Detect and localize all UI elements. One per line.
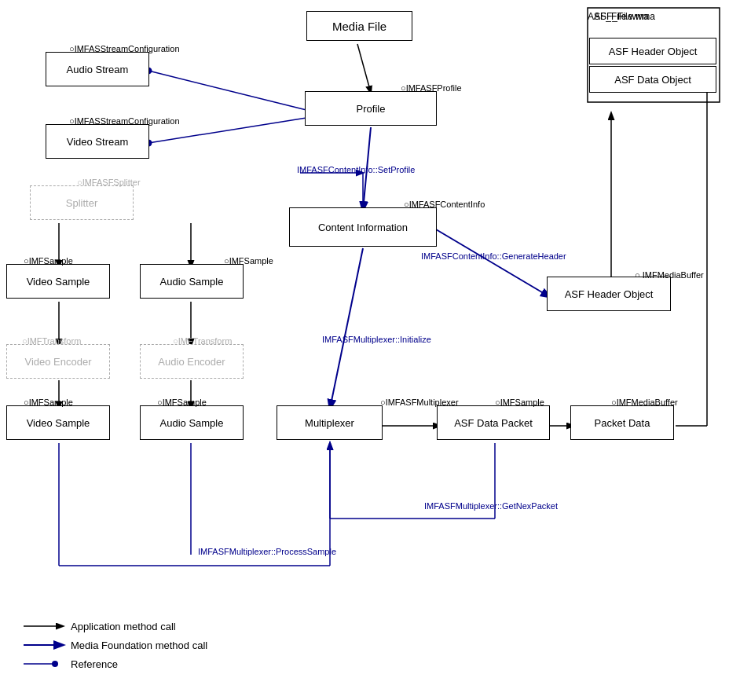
asf-file-wma-text: ASF_File.wma [588, 11, 649, 22]
multiplexer-box: Multiplexer [277, 405, 383, 440]
svg-line-14 [436, 229, 550, 297]
svg-line-2 [357, 44, 371, 93]
video-sample-2-box: Video Sample [6, 405, 110, 440]
audio-stream-box: Audio Stream [46, 52, 149, 86]
imfsample-asf-label: ○IMFSample [495, 398, 544, 407]
svg-line-15 [330, 248, 363, 409]
imf-media-buffer-label: ○ IMFMediaBuffer [635, 270, 704, 280]
initialize-label: IMFASFMultiplexer::Initialize [322, 335, 431, 344]
set-profile-label: IMFASFContentInfo::SetProfile [297, 165, 415, 174]
imf-transform-video-label: ○IMFTransform [22, 336, 81, 346]
svg-line-3 [148, 71, 306, 110]
asf-data-packet-box: ASF Data Packet [437, 405, 550, 440]
generate-header-label: IMFASFContentInfo::GenerateHeader [421, 251, 566, 261]
asf-data-obj: ASF Data Object [589, 66, 716, 93]
content-info-box: Content Information [289, 207, 437, 247]
imfsample-video2-label: ○IMFSample [24, 398, 73, 407]
legend-black-arrow-svg [24, 620, 71, 632]
video-stream-box: Video Stream [46, 124, 149, 159]
legend-item-ref: Reference [24, 658, 207, 670]
get-nex-packet-label: IMFASFMultiplexer::GetNexPacket [424, 501, 558, 511]
imfasf-splitter-label: ○IMFASFSplitter [77, 178, 141, 187]
splitter-box: Splitter [30, 185, 134, 220]
imfsample-video1-label: ○IMFSample [24, 256, 73, 266]
imfas-stream-config-video-label: ○IMFASStreamConfiguration [69, 116, 180, 126]
audio-encoder-box: Audio Encoder [140, 344, 244, 379]
imf-transform-audio-label: ○IMFTransform [173, 336, 232, 346]
imfasf-profile-label: ○IMFASFProfile [401, 83, 462, 93]
imfsample-audio2-label: ○IMFSample [157, 398, 207, 407]
audio-sample-2-box: Audio Sample [140, 405, 244, 440]
legend-dot-svg [24, 658, 71, 670]
legend-ref-label: Reference [71, 658, 118, 670]
legend-app-label: Application method call [71, 621, 176, 632]
media-file-box: Media File [306, 11, 412, 41]
profile-box: Profile [305, 91, 437, 126]
asf-header-obj-mid-box: ASF Header Object [547, 277, 671, 311]
audio-sample-1-box: Audio Sample [140, 264, 244, 299]
diagram-container: ASF_File.wma ASF_File.wma ASF Header Obj… [0, 0, 740, 700]
video-sample-1-box: Video Sample [6, 264, 110, 299]
imf-media-buffer-packet-label: ○IMFMediaBuffer [611, 398, 678, 407]
asf-header-obj-top: ASF Header Object [589, 38, 716, 64]
legend-mf-label: Media Foundation method call [71, 640, 207, 651]
legend-item-mf: Media Foundation method call [24, 639, 207, 651]
svg-point-31 [52, 661, 58, 667]
imfasf-content-info-label: ○IMFASFContentInfo [404, 200, 485, 209]
legend-blue-arrow-svg [24, 639, 71, 651]
legend-item-app: Application method call [24, 620, 207, 632]
imfsample-audio1-label: ○IMFSample [224, 256, 273, 266]
imfas-stream-config-audio-label: ○IMFASStreamConfiguration [69, 44, 180, 53]
process-sample-label: IMFASFMultiplexer::ProcessSample [198, 547, 336, 556]
legend: Application method call Media Foundation… [24, 620, 207, 676]
packet-data-box: Packet Data [570, 405, 674, 440]
video-encoder-box: Video Encoder [6, 344, 110, 379]
